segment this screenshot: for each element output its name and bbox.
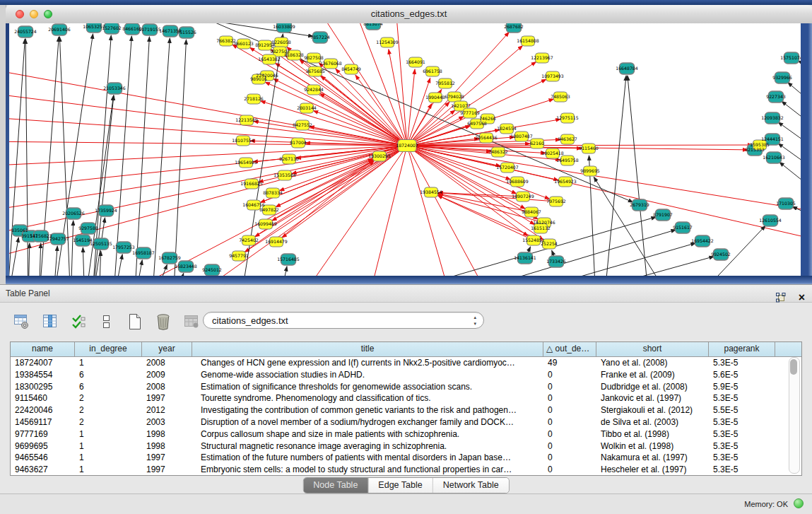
table-cell[interactable]: 0 bbox=[543, 452, 596, 464]
table-selector-dropdown[interactable]: citations_edges.txt ▴▾ bbox=[203, 312, 484, 329]
table-cell[interactable]: Corpus callosum shape and size in male p… bbox=[192, 428, 543, 440]
table-cell[interactable]: 0 bbox=[543, 381, 596, 393]
tab-network-table[interactable]: Network Table bbox=[433, 478, 509, 493]
graph-edge[interactable] bbox=[792, 206, 801, 219]
table-cell[interactable]: Embryonic stem cells: a model to study s… bbox=[192, 464, 543, 476]
table-cell[interactable]: 1 bbox=[75, 357, 142, 369]
table-cell[interactable]: 2003 bbox=[142, 416, 192, 428]
table-cell[interactable]: 5.3E-5 bbox=[709, 452, 775, 464]
graph-edge[interactable] bbox=[265, 82, 407, 146]
table-cell[interactable]: 0 bbox=[543, 464, 596, 476]
table-settings-icon[interactable] bbox=[13, 312, 31, 332]
table-cell[interactable]: Genome-wide association studies in ADHD. bbox=[192, 369, 543, 381]
graph-edge[interactable] bbox=[367, 146, 407, 276]
table-row[interactable]: 2242004622012Investigating the contribut… bbox=[11, 404, 801, 416]
table-cell[interactable]: 1 bbox=[75, 428, 142, 440]
table-cell[interactable]: 49 bbox=[543, 357, 596, 369]
network-canvas[interactable]: 2405572420691406106532571527602846616010… bbox=[9, 23, 801, 276]
graph-edge[interactable] bbox=[788, 82, 801, 110]
scrollbar-thumb[interactable] bbox=[790, 359, 797, 375]
memory-status-indicator[interactable] bbox=[794, 498, 804, 508]
column-header-pagerank[interactable]: pagerank bbox=[709, 342, 775, 356]
table-cell[interactable]: 0 bbox=[543, 416, 596, 428]
tab-edge-table[interactable]: Edge Table bbox=[368, 478, 433, 493]
table-cell[interactable]: 5.3E-5 bbox=[709, 416, 775, 428]
graph-edge[interactable] bbox=[9, 146, 407, 166]
graph-edge[interactable] bbox=[71, 221, 73, 276]
table-row[interactable]: 1872400712008Changes of HCN gene express… bbox=[11, 357, 801, 369]
table-cell[interactable]: 0 bbox=[543, 404, 596, 416]
vertical-scrollbar[interactable] bbox=[789, 357, 800, 474]
table-cell[interactable]: Jankovic et al. (1997) bbox=[596, 392, 709, 404]
table-cell[interactable]: 1 bbox=[75, 440, 142, 452]
table-cell[interactable]: 6 bbox=[75, 369, 142, 381]
table-cell[interactable]: Tourette syndrome. Phenomenology and cla… bbox=[192, 392, 543, 404]
table-cell[interactable]: 5.9E-5 bbox=[709, 381, 775, 393]
table-cell[interactable]: 1997 bbox=[142, 464, 192, 476]
new-document-icon[interactable] bbox=[126, 312, 144, 332]
table-row[interactable]: 946554611997Estimation of the future num… bbox=[11, 452, 801, 464]
table-cell[interactable]: 6 bbox=[75, 381, 142, 393]
table-cell[interactable]: 5.3E-5 bbox=[709, 464, 775, 476]
graph-edge[interactable] bbox=[39, 243, 41, 276]
graph-edge[interactable] bbox=[273, 78, 407, 146]
column-header-in_degree[interactable]: in_degree bbox=[75, 342, 142, 356]
table-cell[interactable]: 1997 bbox=[142, 452, 192, 464]
table-cell[interactable]: 0 bbox=[543, 440, 596, 452]
table-cell[interactable]: Yano et al. (2008) bbox=[596, 357, 709, 369]
graph-edge[interactable] bbox=[9, 146, 407, 237]
table-cell[interactable]: 5.3E-5 bbox=[709, 440, 775, 452]
table-cell[interactable]: 9463627 bbox=[11, 464, 75, 476]
graph-edge[interactable] bbox=[9, 146, 407, 262]
table-cell[interactable]: Estimation of significance thresholds fo… bbox=[192, 381, 543, 393]
table-row[interactable]: 911546021997Tourette syndrome. Phenomeno… bbox=[11, 392, 801, 404]
graph-edge[interactable] bbox=[261, 101, 407, 146]
graph-edge[interactable] bbox=[173, 40, 187, 276]
graph-edge[interactable] bbox=[279, 267, 287, 276]
citation-network-graph[interactable]: 2405572420691406106532571527602846616010… bbox=[9, 23, 801, 276]
graph-edge[interactable] bbox=[134, 37, 149, 276]
graph-edge[interactable] bbox=[113, 36, 131, 276]
table-cell[interactable]: 5.3E-5 bbox=[709, 428, 775, 440]
graph-edge[interactable] bbox=[437, 195, 534, 240]
graph-edge[interactable] bbox=[407, 146, 452, 276]
tab-node-table[interactable]: Node Table bbox=[303, 478, 368, 493]
rows-icon[interactable] bbox=[98, 312, 116, 332]
column-header-title[interactable]: title bbox=[192, 342, 543, 356]
graph-edge[interactable] bbox=[282, 146, 407, 238]
graph-edge[interactable] bbox=[628, 76, 649, 276]
table-cell[interactable]: 9699695 bbox=[11, 440, 75, 452]
graph-edge[interactable] bbox=[353, 217, 656, 276]
column-header-short[interactable]: short bbox=[596, 342, 709, 356]
delete-trash-icon[interactable] bbox=[154, 312, 172, 332]
table-cell[interactable]: 22420046 bbox=[11, 404, 75, 416]
table-cell[interactable]: 0 bbox=[543, 392, 596, 404]
table-cell[interactable]: de Silva et al. (2003) bbox=[596, 416, 709, 428]
table-cell[interactable]: 2 bbox=[75, 404, 142, 416]
graph-edge[interactable] bbox=[113, 255, 122, 276]
table-cell[interactable]: Tibbo et al. (1998) bbox=[596, 428, 709, 440]
graph-edge[interactable] bbox=[481, 243, 695, 276]
column-header-year[interactable]: year bbox=[142, 342, 192, 356]
table-cell[interactable]: Disruption of a novel member of a sodium… bbox=[192, 416, 543, 428]
table-cell[interactable]: Dudbridge et al. (2008) bbox=[596, 381, 709, 393]
table-cell[interactable]: 18300295 bbox=[11, 381, 75, 393]
table-cell[interactable]: 5.6E-5 bbox=[709, 369, 775, 381]
table-cell[interactable]: 19384554 bbox=[11, 369, 75, 381]
table-row[interactable]: 969969511998Structural magnetic resonanc… bbox=[11, 440, 801, 452]
table-cell[interactable]: 1 bbox=[75, 452, 142, 464]
table-cell[interactable]: 1 bbox=[75, 464, 142, 476]
table-cell[interactable]: 5.3E-5 bbox=[709, 392, 775, 404]
table-row[interactable]: 1456911722003Disruption of a novel membe… bbox=[11, 416, 801, 428]
table-cell[interactable]: 2008 bbox=[142, 381, 192, 393]
table-cell[interactable]: 2012 bbox=[142, 404, 192, 416]
table-cell[interactable]: 9777169 bbox=[11, 428, 75, 440]
row-checks-icon[interactable] bbox=[69, 312, 88, 332]
table-cell[interactable]: Wolkin et al. (1998) bbox=[596, 440, 709, 452]
table-cell[interactable]: Changes of HCN gene expression and I(f) … bbox=[192, 357, 543, 369]
table-cell[interactable]: 5.5E-5 bbox=[709, 404, 775, 416]
column-header-out_de[interactable]: △ out_de… bbox=[543, 342, 596, 356]
table-cell[interactable]: 9465546 bbox=[11, 452, 75, 464]
graph-edge[interactable] bbox=[83, 247, 85, 276]
table-cell[interactable]: Stergiakouli et al. (2012) bbox=[596, 404, 709, 416]
